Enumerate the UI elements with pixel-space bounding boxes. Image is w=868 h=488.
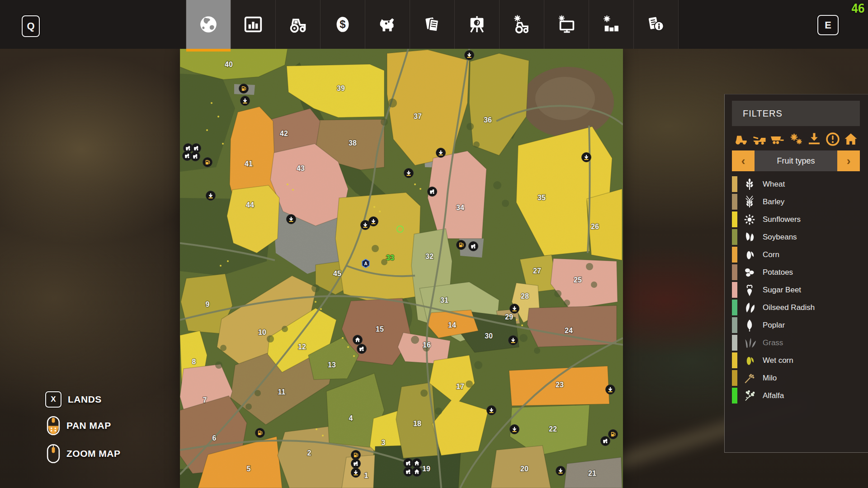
field-number-5: 5 xyxy=(247,465,251,473)
fruit-filter-poplar[interactable]: Poplar xyxy=(732,316,860,334)
map-controls-legend: X LANDS PAN MAP ZOOM MAP xyxy=(45,391,121,472)
hotspot-house-icon[interactable] xyxy=(412,459,422,468)
hotspot-fuel-icon[interactable] xyxy=(457,240,466,250)
hotspot-house-icon[interactable] xyxy=(353,335,363,345)
hotspot-vehicle-icon[interactable] xyxy=(191,152,200,161)
hotspot-vehicle-icon[interactable] xyxy=(428,187,437,197)
category-next-button[interactable]: › xyxy=(837,150,860,171)
hotspot-vehicle-icon[interactable] xyxy=(404,459,413,468)
fruit-label: Sunflowers xyxy=(763,215,801,224)
filter-trailer-icon[interactable] xyxy=(769,131,786,147)
hotspot-download-icon[interactable] xyxy=(206,191,216,201)
field-number-18: 18 xyxy=(413,420,421,427)
fruit-color-swatch xyxy=(732,264,737,280)
tab-production-chains[interactable] xyxy=(454,0,499,49)
hotspot-download-icon[interactable] xyxy=(510,304,519,314)
tab-ai-workers[interactable] xyxy=(544,0,589,49)
hotspot-fuel-icon[interactable] xyxy=(609,430,618,439)
hotspot-vehicle-icon[interactable] xyxy=(404,467,413,477)
tab-statistics[interactable] xyxy=(231,0,275,49)
fruit-filter-oilseed-radish[interactable]: Oilseed Radish xyxy=(732,299,860,316)
wheat-icon xyxy=(743,178,756,191)
lands-control[interactable]: X LANDS xyxy=(45,391,121,408)
corn-icon xyxy=(743,248,756,262)
fruit-filter-potatoes[interactable]: Potatoes xyxy=(732,263,860,281)
filter-warning-icon[interactable] xyxy=(825,131,841,147)
field-number-2: 2 xyxy=(307,449,311,457)
field-number-14: 14 xyxy=(448,321,456,329)
cow-icon xyxy=(377,14,398,35)
hotspot-download-icon[interactable] xyxy=(606,385,615,394)
hotkey-q-button[interactable]: Q xyxy=(22,15,40,37)
hotspot-download-icon[interactable] xyxy=(509,336,518,345)
hotspot-vehicle-icon[interactable] xyxy=(351,459,361,469)
map-viewport[interactable]: A403938373635264241434434453332312725282… xyxy=(180,49,623,488)
filter-download-icon[interactable] xyxy=(806,131,822,147)
active-tab-underline xyxy=(186,49,231,52)
fruit-color-swatch xyxy=(732,211,737,227)
hotspot-download-icon[interactable] xyxy=(556,466,566,476)
hotspot-vehicle-icon[interactable] xyxy=(357,344,367,354)
hotspot-vehicle-icon[interactable] xyxy=(469,242,478,251)
filter-gears-icon[interactable] xyxy=(788,131,804,147)
hotspot-download-icon[interactable] xyxy=(369,217,378,226)
hotspot-download-icon[interactable] xyxy=(404,169,414,178)
farm-map-svg[interactable]: A403938373635264241434434453332312725282… xyxy=(180,49,623,488)
field-number-12: 12 xyxy=(298,343,306,351)
fps-counter: 46 xyxy=(851,2,864,15)
field-number-38: 38 xyxy=(349,139,357,147)
alfalfa-icon xyxy=(743,389,756,403)
fruit-filter-sugar-beet[interactable]: Sugar Beet xyxy=(732,281,860,299)
tab-vehicles[interactable] xyxy=(275,0,320,49)
fruit-filter-alfalfa[interactable]: Alfalfa xyxy=(732,387,860,404)
fruit-filter-corn[interactable]: Corn xyxy=(732,246,860,263)
tab-garage[interactable] xyxy=(499,0,544,49)
hotspot-download-icon[interactable] xyxy=(287,215,296,224)
fruit-filter-wheat[interactable]: Wheat xyxy=(732,175,860,193)
sugarbeet-icon xyxy=(743,283,756,297)
hotkey-e-button[interactable]: E xyxy=(817,15,839,35)
hotspot-vehicle-icon[interactable] xyxy=(601,436,610,446)
hotspot-download-icon[interactable] xyxy=(582,153,591,162)
filter-house-icon[interactable] xyxy=(843,131,859,147)
milo-icon xyxy=(743,371,756,385)
lands-label: LANDS xyxy=(68,394,102,405)
hotspot-house-icon[interactable] xyxy=(412,467,422,477)
field-number-45: 45 xyxy=(333,270,341,277)
hotspot-fuel-icon[interactable] xyxy=(351,450,361,460)
field-number-44: 44 xyxy=(246,201,254,209)
x-key-icon: X xyxy=(45,391,61,408)
filter-tractor-icon[interactable] xyxy=(733,131,749,147)
tab-contracts[interactable] xyxy=(410,0,454,49)
hotspot-download-icon[interactable] xyxy=(465,51,474,60)
svg-text:A: A xyxy=(364,261,367,266)
tab-productions[interactable] xyxy=(589,0,633,49)
hotspot-download-icon[interactable] xyxy=(241,96,250,106)
hotspot-fuel-icon[interactable] xyxy=(203,158,212,167)
fruit-filter-sunflowers[interactable]: Sunflowers xyxy=(732,211,860,228)
chevron-left-icon: ‹ xyxy=(741,154,745,168)
fruit-filter-wet-corn[interactable]: Wet corn xyxy=(732,352,860,369)
fruit-color-swatch xyxy=(732,335,737,351)
hotspot-fuel-icon[interactable] xyxy=(255,428,265,438)
hotspot-download-icon[interactable] xyxy=(487,406,496,415)
hotspot-download-icon[interactable] xyxy=(436,148,446,158)
hotspot-download-icon[interactable] xyxy=(510,425,519,434)
field-number-23: 23 xyxy=(556,381,564,389)
tab-animals[interactable] xyxy=(365,0,410,49)
field-number-10: 10 xyxy=(258,328,266,336)
hotspot-fuel-icon[interactable] xyxy=(239,84,249,94)
tab-finances[interactable]: $ xyxy=(320,0,365,49)
fruit-filter-milo[interactable]: Milo xyxy=(732,369,860,387)
fruit-label: Wheat xyxy=(763,180,785,189)
tab-map[interactable] xyxy=(186,0,231,49)
fruit-filter-grass[interactable]: Grass xyxy=(732,334,860,352)
fruit-filter-barley[interactable]: Barley xyxy=(732,193,860,211)
fruit-filter-soybeans[interactable]: Soybeans xyxy=(732,228,860,246)
field-number-25: 25 xyxy=(574,276,582,284)
hotspot-download-icon[interactable] xyxy=(351,468,361,478)
filter-harvester-icon[interactable] xyxy=(751,131,768,147)
fruit-label: Corn xyxy=(763,250,779,259)
category-prev-button[interactable]: ‹ xyxy=(732,150,755,171)
tab-game-info[interactable] xyxy=(633,0,679,49)
